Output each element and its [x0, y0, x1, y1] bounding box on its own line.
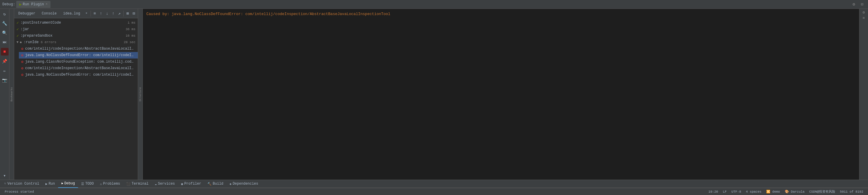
build-icon: 🔨 [208, 182, 212, 186]
dependencies-icon: ◈ [229, 182, 231, 186]
separator-2 [123, 11, 124, 17]
task-post-instrument[interactable]: ✓ :postInstrumentCode 1 ms [14, 20, 138, 26]
tab-debugger[interactable]: Debugger [16, 10, 38, 17]
tab-terminal[interactable]: ⬛ Terminal [123, 179, 152, 188]
tab-run[interactable]: ▶ Run [42, 179, 58, 188]
title-bar-right: ⚙ ⊡ [850, 1, 866, 8]
bookmarks-panel: Bookmarks [9, 9, 14, 179]
stop-icon[interactable]: ■ [1, 48, 8, 56]
pin-icon[interactable]: 📌 [1, 57, 8, 65]
todo-label: TODO [85, 182, 94, 186]
darcula-text: Darcula [791, 190, 805, 194]
menu-icon[interactable]: ≡ [92, 10, 97, 17]
task-error-1[interactable]: ⊖ com/intellij/codeInspection/AbstractBa… [19, 46, 138, 52]
build-label: Build [213, 182, 223, 186]
wrench-icon[interactable]: 🔧 [1, 20, 8, 27]
tab-problems[interactable]: ⚠ Problems [97, 179, 123, 188]
services-label: Services [158, 182, 175, 186]
task-prepare-sandbox[interactable]: ✓ :prepareSandbox 16 ms [14, 32, 138, 39]
run-tab-icon: ▶ [45, 182, 48, 186]
problems-icon: ⚠ [100, 182, 102, 186]
up-icon[interactable]: ↑ [110, 10, 116, 17]
tab-version-control[interactable]: ⑂ Version Control [1, 179, 42, 188]
debug-toolbar: Debugger Console idea.log × ≡ ↑ ↓ ↑ ↗ ⊞ … [14, 9, 138, 18]
structure-panel: Structure [138, 9, 143, 179]
layout-icon[interactable]: ⊟ [131, 10, 136, 17]
step-over-icon[interactable]: ⏭ [1, 38, 8, 46]
tab-services[interactable]: ☁ Services [152, 179, 178, 188]
error-icon-3: ⊖ [21, 60, 23, 64]
check-icon-3: ✓ [17, 33, 19, 38]
task-time-4: 28 sec [124, 40, 135, 44]
output-panel[interactable]: Caused by: java.lang.NoClassDefFoundErro… [143, 9, 859, 179]
encoding-text: UTF-8 [732, 190, 741, 194]
task-error-5[interactable]: ⊖ java.lang.NoClassDefFoundError: com/in… [19, 72, 138, 78]
debug-panel: Debugger Console idea.log × ≡ ↑ ↓ ↑ ↗ ⊞ … [14, 9, 138, 179]
todo-icon: ☰ [81, 182, 84, 186]
terminal-label: Terminal [132, 182, 149, 186]
refresh-icon[interactable]: ↻ [1, 10, 8, 18]
edit-icon[interactable]: ✏ [1, 67, 8, 75]
error-icon-2: ⊖ [21, 53, 23, 58]
left-sidebar: ↻ 🔧 🔍 ⏭ ■ 📌 ✏ 📷 ▼ [0, 9, 9, 179]
vc-icon: ⑂ [4, 182, 6, 186]
title-bar: Debug: ▶ Run Plugin × ⚙ ⊡ [0, 0, 868, 9]
chevron-down-icon[interactable]: ▼ [1, 172, 8, 179]
task-time-3: 16 ms [126, 34, 135, 37]
right-icon-2[interactable]: ≡ [863, 16, 865, 20]
csdn-text: CSDN@投资有风险 [809, 190, 835, 194]
process-started: Process started [2, 190, 36, 194]
settings-icon[interactable]: ⚙ [850, 1, 857, 8]
status-scroll: 5011 of 8192 [838, 190, 866, 194]
restore-icon[interactable]: ↑ [98, 10, 103, 17]
output-line-1: Caused by: java.lang.NoClassDefFoundErro… [146, 11, 856, 18]
status-git[interactable]: 🔀 demo [764, 190, 782, 194]
run-tab-label: Run [49, 182, 55, 186]
download-icon[interactable]: ↓ [104, 10, 110, 17]
debug-tab-label: Debug [64, 182, 75, 186]
right-icon-1[interactable]: ⚙ [863, 10, 865, 15]
up2-icon[interactable]: ↗ [117, 10, 122, 17]
task-run-ide[interactable]: ▼ ● :runIde 6 errors 28 sec [14, 39, 138, 46]
task-error-2[interactable]: ⊖ java.lang.NoClassDefFoundError: com/in… [19, 52, 138, 58]
tab-close-icon[interactable]: × [46, 3, 48, 6]
debug-label: Debug: [2, 2, 15, 6]
tab-console[interactable]: Console [39, 10, 60, 17]
task-name-7: java.lang.ClassNotFoundException: com.in… [25, 60, 135, 64]
task-jar[interactable]: ✓ :jar 36 ms [14, 26, 138, 32]
task-time-1: 1 ms [128, 21, 135, 25]
separator-1 [91, 11, 91, 17]
check-icon-1: ✓ [17, 20, 19, 25]
bookmarks-label: Bookmarks [10, 87, 13, 102]
status-encoding[interactable]: UTF-8 [729, 190, 743, 194]
status-line-ending[interactable]: LF [720, 190, 729, 194]
window-icon[interactable]: ⊡ [859, 1, 866, 8]
search-icon[interactable]: 🔍 [1, 29, 8, 37]
task-name-3: :prepareSandbox [21, 34, 123, 38]
run-plugin-tab[interactable]: ▶ Run Plugin × [16, 1, 51, 8]
tab-profiler[interactable]: ◉ Profiler [178, 179, 205, 188]
camera-icon[interactable]: 📷 [1, 76, 8, 84]
indent-text: 4 spaces [746, 190, 762, 194]
task-error-4[interactable]: ⊖ com/intellij/codeInspection/AbstractBa… [19, 65, 138, 72]
grid-icon[interactable]: ⊞ [125, 10, 130, 17]
status-position[interactable]: 19:20 [706, 190, 720, 194]
branch-name: demo [772, 190, 780, 194]
scroll-text: 5011 of 8192 [840, 190, 863, 194]
status-darcula[interactable]: 🎨 Darcula [782, 190, 807, 194]
structure-label: Structure [139, 87, 142, 102]
task-name-4: :runIde 6 errors [24, 40, 121, 44]
tab-build[interactable]: 🔨 Build [205, 179, 226, 188]
tab-dependencies[interactable]: ◈ Dependencies [226, 179, 261, 188]
tab-todo[interactable]: ☰ TODO [78, 179, 97, 188]
close-tab-icon[interactable]: × [84, 10, 89, 17]
tab-idea-log[interactable]: idea.log [60, 10, 83, 17]
status-csdn[interactable]: CSDN@投资有风险 [807, 189, 838, 194]
right-sidebar: ⚙ ≡ [859, 9, 868, 179]
terminal-icon: ⬛ [126, 182, 130, 186]
tab-debug[interactable]: ⚑ Debug [58, 179, 78, 188]
check-icon-2: ✓ [17, 27, 19, 32]
task-error-3[interactable]: ⊖ java.lang.ClassNotFoundException: com.… [19, 58, 138, 65]
git-icon: 🔀 [766, 190, 770, 194]
status-indent[interactable]: 4 spaces [743, 190, 764, 194]
